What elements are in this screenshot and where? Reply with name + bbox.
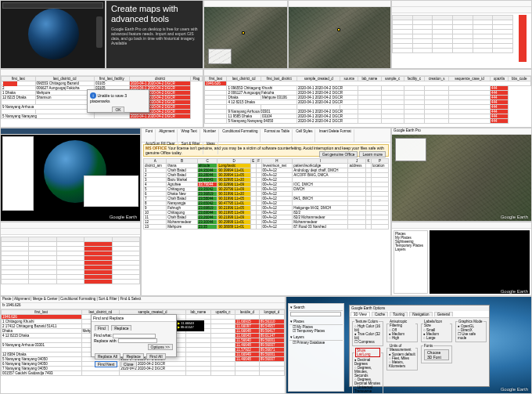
close-button[interactable]: Close	[120, 361, 137, 367]
choose-font-button[interactable]: Choose 3D Font	[424, 349, 449, 360]
cell[interactable]: 2020-04-2 2020-04-2 DGCR	[297, 119, 358, 124]
cell[interactable]: 5 Narayang Narayang	[2, 114, 95, 119]
ge-toolbar-12[interactable]	[392, 222, 531, 229]
ribbon-btn[interactable]: Conditional Formatting	[60, 297, 95, 301]
ribbon-btn[interactable]: Alignment	[14, 297, 30, 301]
find-tab[interactable]: Find	[95, 325, 109, 331]
side-layers-hdr[interactable]: Layers	[293, 335, 304, 339]
find-input[interactable]	[113, 334, 156, 338]
ribbon-group[interactable]: Conditional Formatting	[220, 129, 261, 142]
radio-opt[interactable]: Degrees, Minutes, Seconds	[354, 366, 372, 378]
earth-globe[interactable]	[28, 9, 79, 60]
side-search-hdr[interactable]: Search	[293, 305, 304, 309]
excel-grid-11[interactable]	[1, 237, 140, 284]
ribbon-btn[interactable]: Find & Select	[120, 297, 141, 301]
ribbon-btn[interactable]: Sort & Filter	[99, 297, 117, 301]
radio-opt[interactable]: Meters, Kilometers	[389, 360, 405, 368]
cell[interactable]: 444	[491, 119, 509, 124]
tab-cache[interactable]: Cache	[372, 312, 388, 316]
red-column	[519, 15, 527, 65]
ge-toolbar-8[interactable]	[1, 128, 140, 135]
side-places-hdr[interactable]: Places	[293, 320, 304, 324]
sat-view-2[interactable]	[289, 7, 390, 68]
excel-toolbar-11[interactable]	[1, 222, 140, 229]
cell[interactable]: Mehpore	[167, 225, 197, 230]
formula-bar[interactable]: fx 1946.626	[1, 303, 285, 309]
sat-mini-dialog[interactable]	[208, 49, 232, 64]
ge-popup-8[interactable]	[84, 175, 138, 207]
tree-item[interactable]: Primary Database	[297, 341, 325, 345]
ge-toolbar-2[interactable]	[289, 1, 390, 7]
tree-item[interactable]: Temporary Places	[297, 329, 325, 333]
ribbon-group[interactable]: Cell Styles	[293, 129, 315, 142]
ge-sidebar-14[interactable]: ▾ Search ▾ Places ☑ My Places ☑ Temporar…	[288, 303, 344, 392]
map-marker-icon[interactable]	[242, 31, 245, 34]
radio-opt[interactable]: High	[392, 336, 399, 340]
ribbon-group[interactable]: Format as Table	[262, 129, 293, 142]
ribbon-btn[interactable]: Paste	[2, 297, 12, 301]
excel-ribbon-9[interactable]: Font Alignment Wrap Text Number Conditio…	[142, 128, 390, 143]
check-opt[interactable]: Use safe mode	[458, 332, 476, 340]
replace-all-button[interactable]: Replace All	[95, 353, 120, 360]
radio-opt[interactable]: High Color (16 bit)	[354, 324, 380, 332]
map-marker-icon[interactable]	[337, 28, 340, 31]
radio-opt[interactable]: Decimal Degrees	[354, 358, 370, 366]
col-header[interactable]: Flag	[190, 77, 202, 81]
learn-more-button[interactable]: Learn more	[359, 151, 386, 157]
tree-item[interactable]: Layers	[395, 248, 426, 251]
radio-opt[interactable]: Universal Transverse Mercator	[354, 385, 372, 394]
col-header[interactable]: first_last_facility	[94, 77, 129, 81]
col-header[interactable]: sequence_case_id	[449, 77, 491, 81]
ribbon-group[interactable]: Number	[201, 129, 219, 142]
cell[interactable]: 00+A+12	[261, 225, 293, 230]
find-next-button[interactable]: Find Next	[95, 361, 117, 367]
group-legend: Show Lat/Long	[355, 348, 380, 357]
ribbon-btn[interactable]: Wrap Text	[179, 129, 200, 142]
ge-toolbar-10[interactable]: Google Earth Pro	[392, 128, 531, 135]
sat-mini-panel[interactable]	[395, 138, 426, 161]
sat-view-1[interactable]	[204, 7, 287, 68]
ribbon-btn[interactable]: Merge & Center	[33, 297, 58, 301]
ge-toolbar-1[interactable]	[204, 1, 287, 7]
cell[interactable]: 23.35	[197, 225, 217, 230]
cell[interactable]: 87.Road 03 Narshed	[293, 225, 348, 230]
ge-timeline[interactable]	[2, 2, 103, 9]
radio-opt[interactable]: Degrees, Decimal Minutes	[354, 378, 380, 385]
excel-grid-9[interactable]: A B C D E F H I J K P district_am thana …	[143, 158, 389, 230]
ge-sidebar-8[interactable]	[2, 136, 34, 211]
excel-ribbon-11[interactable]	[1, 229, 140, 235]
latlong-group: Show Lat/Long ● Decimal Degrees ○ Degree…	[352, 348, 383, 394]
excel-toolbar-7[interactable]	[204, 70, 531, 76]
radio-opt[interactable]: True Color (32 bit)	[354, 332, 380, 340]
excel-grid-7[interactable]: first_last last_district_cd first_last_d…	[204, 76, 531, 124]
get-genuine-button[interactable]: Get genuine Office	[319, 151, 358, 157]
ribbon-group[interactable]: Alignment	[156, 129, 178, 142]
tab-general[interactable]: General	[434, 312, 453, 316]
excel-grid-5[interactable]	[392, 15, 513, 53]
check-opt[interactable]: Compress	[358, 340, 375, 344]
tab-3dview[interactable]: 3D View	[350, 312, 370, 316]
ge-search-input[interactable]	[290, 312, 341, 316]
excel-toolbar-5[interactable]	[392, 1, 531, 7]
cell[interactable]: 13	[144, 225, 167, 230]
replace-button[interactable]: Replace	[123, 353, 143, 360]
ge-places-tree[interactable]: Places My Places Sightseeing Temporary P…	[394, 230, 428, 294]
cell[interactable]: 5 Narayang Narayang 04050	[227, 119, 297, 124]
ribbon-group[interactable]: Insert Delete Format	[317, 129, 354, 142]
tab-navigation[interactable]: Navigation	[409, 312, 432, 316]
col-header[interactable]: first_last_district	[261, 77, 297, 81]
options-button[interactable]: Options >>	[148, 344, 173, 350]
ok-button[interactable]: OK	[112, 107, 124, 113]
excel-toolbar-6[interactable]	[1, 70, 203, 76]
cell[interactable]: 90.38089 11+01	[217, 225, 250, 230]
ge-nav-controls[interactable]	[96, 16, 102, 48]
ribbon-group[interactable]: Font	[143, 129, 156, 142]
radio-opt[interactable]: Large	[426, 336, 436, 340]
replace-tab[interactable]: Replace	[111, 325, 131, 331]
tab-touring[interactable]: Touring	[390, 312, 408, 316]
cell[interactable]: 001557 Gaidshi Gaidandja 7493	[2, 371, 82, 376]
excel-ribbon-5[interactable]	[392, 7, 531, 13]
excel-ribbon-13[interactable]: Paste | Alignment | Merge & Center | Con…	[1, 297, 285, 303]
find-all-button[interactable]: Find All	[146, 353, 165, 360]
ge-viewport-black[interactable]	[430, 230, 530, 294]
